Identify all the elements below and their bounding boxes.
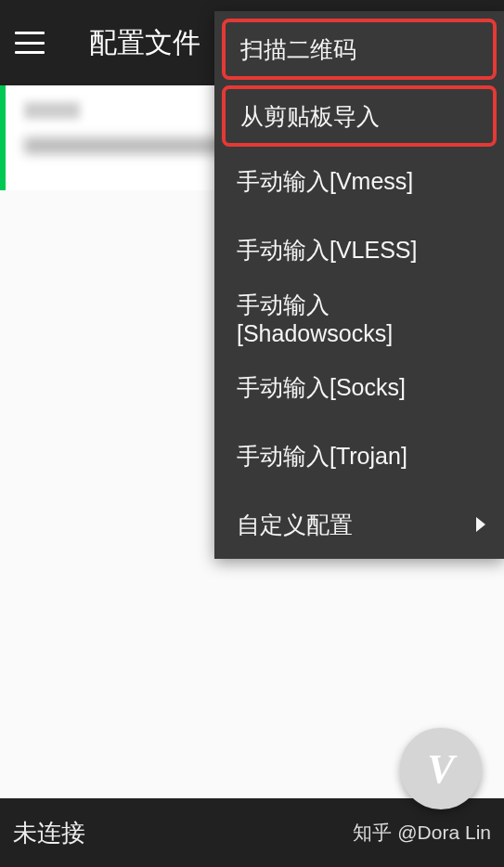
menu-item-import-clipboard[interactable]: 从剪贴板导入 (222, 85, 497, 147)
blurred-text (24, 137, 228, 154)
page-title: 配置文件 (89, 24, 200, 62)
menu-item-label: 手动输入[Vmess] (237, 166, 413, 197)
menu-item-vmess[interactable]: 手动输入[Vmess] (214, 147, 504, 215)
footer: 未连接 知乎 @Dora Lin (0, 798, 504, 867)
menu-item-socks[interactable]: 手动输入[Socks] (214, 353, 504, 421)
menu-item-scan-qr[interactable]: 扫描二维码 (222, 19, 497, 80)
menu-item-trojan[interactable]: 手动输入[Trojan] (214, 421, 504, 490)
menu-item-vless[interactable]: 手动输入[VLESS] (214, 215, 504, 284)
menu-item-label: 从剪贴板导入 (240, 101, 380, 132)
menu-item-label: 手动输入[Socks] (237, 372, 406, 403)
menu-item-shadowsocks[interactable]: 手动输入[Shadowsocks] (214, 284, 504, 353)
add-config-dropdown: 扫描二维码 从剪贴板导入 手动输入[Vmess] 手动输入[VLESS] 手动输… (214, 11, 504, 559)
fab-button[interactable]: V (400, 728, 482, 809)
chevron-right-icon (476, 517, 485, 532)
v-logo-icon: V (427, 745, 454, 793)
menu-item-label: 手动输入[Trojan] (237, 441, 407, 472)
blurred-text (24, 102, 80, 119)
menu-item-custom-config[interactable]: 自定义配置 (214, 490, 504, 559)
connection-status: 未连接 (13, 817, 85, 849)
watermark-credit: 知乎 @Dora Lin (353, 820, 491, 846)
menu-item-label: 手动输入[VLESS] (237, 235, 418, 265)
hamburger-menu-icon[interactable] (15, 32, 45, 54)
menu-item-label: 自定义配置 (237, 510, 353, 540)
menu-item-label: 手动输入[Shadowsocks] (237, 290, 482, 347)
menu-item-label: 扫描二维码 (240, 34, 356, 65)
